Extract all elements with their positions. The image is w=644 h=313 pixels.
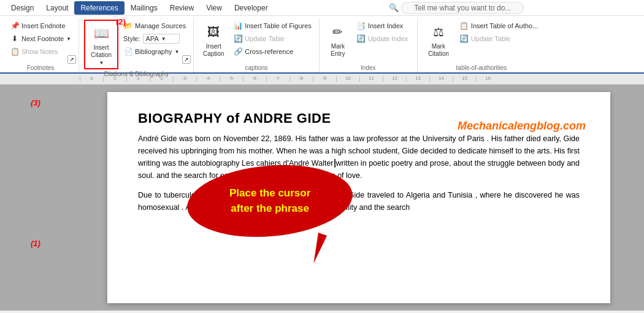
- ruler-tick: ·7·: [266, 77, 289, 82]
- insert-table-auth-btn[interactable]: 📋 Insert Table of Autho...: [457, 20, 540, 32]
- next-footnote-btn[interactable]: ⬇ Next Footnote ▼: [7, 33, 74, 45]
- balloon-container: Place the cursorafter the phrase: [187, 166, 353, 236]
- update-index-icon: 🔄: [356, 34, 366, 44]
- balloon-text: Place the cursorafter the phrase: [229, 186, 310, 216]
- annotation-two: (2): [116, 17, 126, 26]
- mark-entry-label: MarkEntry: [331, 43, 345, 58]
- authorities-label: table-of-authorities: [423, 64, 540, 72]
- style-value: APA: [146, 35, 159, 42]
- menu-review[interactable]: Review: [164, 1, 200, 15]
- doc-area: (3) (1) BIOGRAPHY of ANDRE GIDE Mechanic…: [0, 85, 644, 311]
- bibliography-btn[interactable]: 📄 Bibliography ▼: [121, 45, 182, 58]
- ruler-tick: 14: [429, 77, 453, 82]
- insert-citation-chevron: ▼: [99, 60, 104, 66]
- ruler-tick: 10: [336, 77, 359, 82]
- manage-sources-btn[interactable]: 📂 Manage Sources: [121, 20, 188, 32]
- ruler-tick: 12: [383, 77, 406, 82]
- citations-label: Citations & Bibliography: [84, 71, 188, 79]
- captions-content: 🖼 InsertCaption 📊 Insert Table of Figure…: [199, 20, 314, 63]
- ruler-tick: 15: [453, 77, 476, 82]
- bibliography-chevron: ▼: [175, 49, 180, 55]
- cross-reference-icon: 🔗: [233, 47, 243, 56]
- show-notes-icon: 📋: [10, 47, 20, 56]
- group-authorities: ⚖ MarkCitation 📋 Insert Table of Autho..…: [418, 18, 545, 72]
- authorities-right-stack: 📋 Insert Table of Autho... 🔄 Update Tabl…: [457, 20, 540, 45]
- ruler-inner: ·2· ·1· ·1· ·2· ·3· ·4· ·5· ·6· ·7· ·8· …: [0, 77, 499, 82]
- insert-table-figures-btn[interactable]: 📊 Insert Table of Figures: [231, 20, 314, 32]
- ruler-tick: 13: [406, 77, 429, 82]
- update-table-icon: 🔄: [233, 34, 243, 44]
- mark-entry-btn[interactable]: ✏ MarkEntry: [324, 20, 351, 60]
- footnotes-content: 📌 Insert Endnote ⬇ Next Footnote ▼ 📋 Sho…: [7, 20, 74, 63]
- watermark: Mechanicalengblog.com: [458, 120, 586, 133]
- ruler-tick: ·9·: [313, 77, 336, 82]
- menu-design[interactable]: Design: [5, 1, 40, 15]
- ruler-tick: ·8·: [289, 77, 313, 82]
- menu-bar: Design Layout References Mailings Review…: [0, 0, 644, 16]
- insert-citation-label: InsertCitation: [91, 44, 112, 59]
- search-bar: 🔍 Tell me what you want to do...: [274, 2, 639, 14]
- index-right-stack: 📑 Insert Index 🔄 Update Index: [354, 20, 410, 45]
- insert-endnote-icon: 📌: [10, 21, 20, 31]
- ruler-tick: ·4·: [196, 77, 220, 82]
- footnotes-buttons: 📌 Insert Endnote ⬇ Next Footnote ▼ 📋 Sho…: [7, 20, 74, 58]
- insert-citation-icon: 📖: [91, 23, 111, 43]
- update-table-auth-btn: 🔄 Update Table: [457, 33, 513, 45]
- ruler-tick: ·5·: [220, 77, 243, 82]
- menu-references[interactable]: References: [74, 1, 124, 15]
- group-index: ✏ MarkEntry 📑 Insert Index 🔄 Update Inde…: [320, 18, 418, 72]
- captions-label: captions: [199, 64, 314, 72]
- mark-citation-btn[interactable]: ⚖ MarkCitation: [423, 20, 454, 60]
- insert-endnote-btn[interactable]: 📌 Insert Endnote: [7, 20, 68, 32]
- menu-developer[interactable]: Developer: [228, 1, 274, 15]
- style-select[interactable]: APA ▼: [143, 34, 180, 44]
- insert-table-figures-icon: 📊: [233, 21, 243, 31]
- ribbon: 📌 Insert Endnote ⬇ Next Footnote ▼ 📋 Sho…: [0, 16, 644, 74]
- balloon-arrow: [308, 233, 327, 265]
- index-content: ✏ MarkEntry 📑 Insert Index 🔄 Update Inde…: [324, 20, 410, 63]
- insert-citation-btn[interactable]: 📖 InsertCitation ▼: [85, 21, 117, 68]
- style-dropdown[interactable]: Style: APA ▼: [121, 33, 182, 45]
- footnotes-expand-btn[interactable]: ↗: [67, 55, 76, 64]
- chevron-down-icon: ▼: [66, 36, 71, 42]
- search-input[interactable]: Tell me what you want to do...: [401, 2, 524, 14]
- insert-index-btn[interactable]: 📑 Insert Index: [354, 20, 405, 32]
- footnotes-label: Footnotes: [7, 64, 74, 72]
- bibliography-icon: 📄: [123, 47, 133, 56]
- menu-mailings[interactable]: Mailings: [125, 1, 164, 15]
- citations-expand-btn[interactable]: ↗: [182, 55, 191, 64]
- captions-right-stack: 📊 Insert Table of Figures 🔄 Update Table…: [231, 20, 314, 58]
- ruler-tick: 16: [476, 77, 499, 82]
- document-page: BIOGRAPHY of ANDRE GIDE Mechanicalengblo…: [107, 92, 610, 303]
- index-label: Index: [324, 64, 412, 72]
- update-table-auth-icon: 🔄: [459, 34, 469, 44]
- menu-layout[interactable]: Layout: [40, 1, 74, 15]
- annotation-one: (1): [31, 239, 40, 248]
- insert-table-auth-icon: 📋: [459, 21, 469, 31]
- next-footnote-icon: ⬇: [10, 34, 20, 44]
- group-footnotes: 📌 Insert Endnote ⬇ Next Footnote ▼ 📋 Sho…: [2, 18, 79, 72]
- insert-caption-btn[interactable]: 🖼 InsertCaption: [199, 20, 228, 60]
- style-chevron: ▼: [161, 36, 166, 42]
- ruler-tick: ·6·: [243, 77, 266, 82]
- group-captions: 🖼 InsertCaption 📊 Insert Table of Figure…: [194, 18, 320, 72]
- mark-entry-icon: ✏: [328, 22, 348, 42]
- mark-citation-label: MarkCitation: [428, 43, 449, 58]
- style-label: Style:: [123, 35, 140, 42]
- annotation-three: (3): [31, 98, 40, 107]
- show-notes-btn: 📋 Show Notes: [7, 45, 60, 58]
- group-citations: (2) 📖 InsertCitation ▼ 📂 Man: [79, 18, 194, 72]
- authorities-content: ⚖ MarkCitation 📋 Insert Table of Autho..…: [423, 20, 540, 63]
- ribbon-groups: 📌 Insert Endnote ⬇ Next Footnote ▼ 📋 Sho…: [0, 18, 644, 72]
- citations-content: 📖 InsertCitation ▼ 📂 Manage Sources Styl…: [84, 20, 188, 69]
- cross-reference-btn[interactable]: 🔗 Cross-reference: [231, 45, 296, 58]
- insert-index-icon: 📑: [356, 21, 366, 31]
- ruler-tick: 11: [359, 77, 383, 82]
- mark-citation-icon: ⚖: [429, 22, 448, 42]
- insert-caption-label: InsertCaption: [203, 43, 224, 58]
- update-index-btn: 🔄 Update Index: [354, 33, 410, 45]
- citations-right-stack: 📂 Manage Sources Style: APA ▼ 📄 Bibliogr…: [121, 20, 188, 58]
- insert-citation-redbox: 📖 InsertCitation ▼: [84, 20, 118, 69]
- menu-view[interactable]: View: [200, 1, 228, 15]
- update-table-btn: 🔄 Update Table: [231, 33, 287, 45]
